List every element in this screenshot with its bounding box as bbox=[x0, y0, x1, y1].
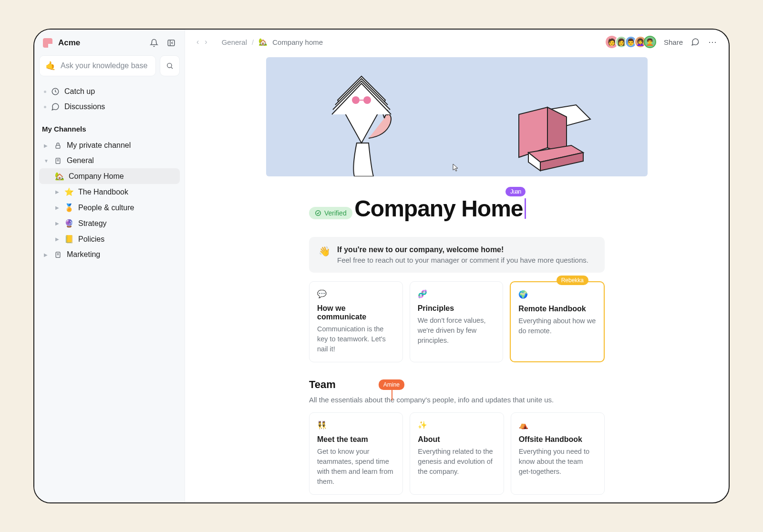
content: Verified Company Home Juan 👋 If you're n… bbox=[185, 54, 729, 502]
welcome-callout: 👋 If you're new to our company, welcome … bbox=[309, 237, 605, 273]
presence-label: Amine bbox=[379, 379, 404, 390]
chevron-right-icon: ▶ bbox=[55, 189, 60, 194]
hand-icon: 🤙 bbox=[45, 61, 56, 71]
card-icon: ✨ bbox=[418, 420, 495, 430]
card-communicate[interactable]: 💬 How we communicate Communication is th… bbox=[309, 281, 403, 362]
illustration-books bbox=[500, 91, 605, 176]
page-people-culture[interactable]: ▶ 🏅 People & culture bbox=[39, 200, 180, 215]
breadcrumb-emoji: 🏡 bbox=[258, 38, 268, 46]
dot-indicator bbox=[44, 91, 46, 93]
section-subtitle: All the essentials about the company's p… bbox=[309, 396, 605, 404]
channel-marketing[interactable]: ▶ Marketing bbox=[39, 247, 180, 262]
wave-emoji: 👋 bbox=[319, 246, 330, 264]
topbar: ‹ › General / 🏡 Company home 🧑 👩 👨 👩‍🦱 🧑… bbox=[185, 30, 729, 54]
avatar[interactable]: 🧑‍🦱 bbox=[644, 36, 656, 48]
notifications-icon[interactable] bbox=[149, 38, 159, 48]
search-button[interactable] bbox=[160, 55, 180, 76]
card-icon: 👯 bbox=[317, 420, 395, 430]
page-policies[interactable]: ▶ 📒 Policies bbox=[39, 231, 180, 247]
section-heading-team: Team Amine bbox=[309, 379, 605, 391]
sidebar-header: Acme bbox=[39, 36, 180, 50]
svg-rect-5 bbox=[56, 145, 60, 148]
comment-icon[interactable] bbox=[691, 37, 700, 47]
share-button[interactable]: Share bbox=[664, 38, 683, 46]
nav-catch-up[interactable]: Catch up bbox=[39, 84, 180, 99]
verified-badge: Verified bbox=[309, 207, 352, 219]
cursor-icon bbox=[452, 163, 459, 172]
chat-icon bbox=[51, 102, 60, 111]
page-emoji: ⭐ bbox=[65, 187, 73, 196]
hero-image bbox=[266, 57, 648, 176]
card-meet-team[interactable]: 👯 Meet the team Get to know your teammat… bbox=[309, 412, 403, 495]
nav-back-icon[interactable]: ‹ bbox=[196, 38, 199, 46]
presence-avatars[interactable]: 🧑 👩 👨 👩‍🦱 🧑‍🦱 bbox=[606, 36, 656, 48]
welcome-body: Feel free to reach out to your manager o… bbox=[337, 256, 588, 264]
presence-label: Rebekka bbox=[557, 276, 588, 285]
breadcrumb: General / 🏡 Company home bbox=[222, 38, 323, 46]
lock-icon bbox=[53, 142, 62, 149]
presence-cursor: Juan bbox=[525, 198, 526, 219]
collapse-sidebar-icon[interactable] bbox=[166, 38, 176, 48]
card-remote-handbook[interactable]: Rebekka 🌍 Remote Handbook Everything abo… bbox=[510, 281, 605, 362]
search-placeholder: Ask your knowledge base bbox=[61, 61, 147, 70]
breadcrumb-current: Company home bbox=[272, 38, 323, 46]
dot-indicator bbox=[44, 106, 46, 108]
card-principles[interactable]: 🧬 Principles We don't force values, we'r… bbox=[410, 281, 504, 362]
doc-icon bbox=[53, 251, 62, 258]
breadcrumb-separator: / bbox=[252, 38, 254, 46]
doc-icon bbox=[53, 157, 62, 164]
breadcrumb-parent[interactable]: General bbox=[222, 38, 247, 46]
welcome-heading: If you're new to our company, welcome ho… bbox=[337, 246, 504, 254]
svg-point-12 bbox=[352, 96, 360, 104]
workspace-name[interactable]: Acme bbox=[58, 38, 144, 48]
chevron-right-icon: ▶ bbox=[44, 143, 49, 148]
page-strategy[interactable]: ▶ 🔮 Strategy bbox=[39, 215, 180, 231]
card-icon: 💬 bbox=[317, 289, 395, 298]
page-emoji: 📒 bbox=[65, 235, 73, 244]
check-circle-icon bbox=[315, 210, 321, 216]
svg-point-13 bbox=[363, 96, 371, 104]
logo-icon bbox=[43, 38, 52, 48]
svg-line-3 bbox=[171, 67, 173, 69]
clock-icon bbox=[51, 87, 60, 96]
app-window: Acme 🤙 Ask your knowledge base C bbox=[33, 29, 730, 503]
channels-label: My Channels bbox=[39, 114, 180, 138]
chevron-right-icon: ▶ bbox=[55, 236, 60, 242]
card-icon: 🧬 bbox=[418, 289, 495, 298]
page-handbook[interactable]: ▶ ⭐ The Handbook bbox=[39, 184, 180, 200]
more-icon[interactable]: ⋯ bbox=[708, 37, 717, 47]
presence-label: Juan bbox=[505, 187, 526, 196]
page-emoji: 🏅 bbox=[65, 203, 73, 212]
chevron-down-icon: ▼ bbox=[44, 158, 49, 164]
card-about[interactable]: ✨ About Everything related to the genesi… bbox=[410, 412, 504, 495]
page-emoji: 🔮 bbox=[65, 219, 73, 228]
card-icon: ⛺ bbox=[519, 420, 597, 430]
chevron-right-icon: ▶ bbox=[44, 252, 49, 257]
page-title[interactable]: Company Home Juan bbox=[354, 195, 523, 222]
channel-general[interactable]: ▼ General bbox=[39, 153, 180, 168]
illustration-figure bbox=[309, 57, 414, 176]
sidebar: Acme 🤙 Ask your knowledge base C bbox=[34, 30, 185, 502]
page-emoji: 🏡 bbox=[55, 172, 64, 181]
nav-forward-icon[interactable]: › bbox=[205, 38, 207, 46]
chevron-right-icon: ▶ bbox=[55, 221, 60, 226]
search-input[interactable]: 🤙 Ask your knowledge base bbox=[39, 55, 156, 76]
page-company-home[interactable]: 🏡 Company Home bbox=[39, 168, 180, 184]
presence-cursor bbox=[392, 390, 392, 400]
card-icon: 🌍 bbox=[518, 290, 596, 299]
chevron-right-icon: ▶ bbox=[55, 205, 60, 210]
main: ‹ › General / 🏡 Company home 🧑 👩 👨 👩‍🦱 🧑… bbox=[185, 30, 729, 502]
card-offsite[interactable]: ⛺ Offsite Handbook Everything you need t… bbox=[511, 412, 605, 495]
channel-private[interactable]: ▶ My private channel bbox=[39, 138, 180, 153]
nav-discussions[interactable]: Discussions bbox=[39, 99, 180, 114]
svg-point-2 bbox=[167, 63, 172, 68]
